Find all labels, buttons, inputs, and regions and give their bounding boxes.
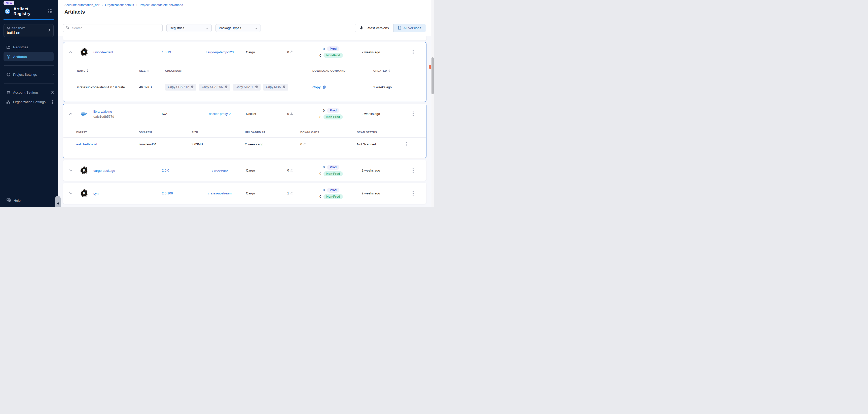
artifact-digest-sub: eafc1edb577d: [93, 115, 162, 118]
artifact-registry-link[interactable]: crates-upstream: [208, 192, 231, 195]
column-header-checksum: CHECKSUM: [165, 69, 312, 72]
package-types-filter-dropdown[interactable]: Package Types: [216, 24, 261, 32]
sidebar-item-account-settings[interactable]: Account Settings: [0, 88, 58, 97]
chevron-right-icon: [52, 73, 54, 76]
registries-filter-dropdown[interactable]: Registries: [166, 24, 212, 32]
updated-at: 2 weeks ago: [351, 192, 391, 195]
artifact-name-link[interactable]: syn: [93, 192, 98, 196]
breadcrumb-org-link[interactable]: Organization: default: [99, 3, 134, 7]
artifact-version-link[interactable]: 2.0.0: [162, 169, 199, 172]
breadcrumb: Account: automation_har Organization: de…: [64, 3, 425, 7]
sidebar-nav: Registries Artifacts Project Settings: [0, 42, 58, 107]
chevron-down-icon: [255, 26, 257, 30]
copy-sha1-button[interactable]: Copy SHA-1: [233, 84, 260, 91]
sidebar: NEW Artifact Registry PROJECT: [0, 0, 58, 207]
copy-download-command-button[interactable]: Copy: [312, 85, 326, 89]
search-box[interactable]: [63, 24, 163, 32]
package-type: Docker: [240, 112, 270, 116]
prod-count: 0: [322, 165, 325, 169]
artifact-version-link[interactable]: 1.0.19: [162, 50, 199, 54]
artifacts-cube-icon: [6, 55, 10, 59]
nonprod-badge: Non-Prod: [323, 194, 343, 199]
column-header-size[interactable]: SIZE: [139, 69, 165, 72]
info-icon[interactable]: [51, 100, 54, 104]
project-label: PROJECT: [11, 27, 25, 29]
versions-view-toggle: Latest Versions All Versions: [355, 24, 426, 32]
sidebar-item-artifacts[interactable]: Artifacts: [3, 52, 54, 61]
download-count: 0: [287, 112, 289, 116]
kebab-menu-button[interactable]: [405, 141, 409, 147]
scan-status: Not Scanned: [357, 142, 405, 146]
os-arch: linux/amd64: [139, 142, 192, 146]
artifact-card-partial: [63, 36, 427, 40]
kebab-menu-button[interactable]: [411, 49, 415, 55]
kebab-menu-icon: [412, 51, 413, 53]
kebab-menu-button[interactable]: [411, 191, 415, 196]
prod-count: 0: [322, 47, 325, 51]
copy-md5-button[interactable]: Copy MD5: [263, 84, 288, 91]
copy-sha256-button[interactable]: Copy SHA-256: [199, 84, 230, 91]
kebab-menu-icon: [412, 113, 413, 114]
sidebar-item-label: Artifacts: [13, 55, 27, 59]
expand-row-button[interactable]: [63, 192, 78, 195]
expand-row-button[interactable]: [63, 169, 78, 172]
sidebar-item-organization-settings[interactable]: Organization Settings: [0, 97, 58, 107]
kebab-menu-icon: [406, 144, 407, 145]
updated-at: 2 weeks ago: [351, 169, 391, 172]
artifact-name-link[interactable]: library/alpine: [93, 110, 112, 113]
digest-link[interactable]: eafc1edb577d: [76, 142, 97, 146]
artifact-registry-link[interactable]: docker-proxy-2: [209, 112, 231, 116]
environment-counts: 0 Prod 0 Non-Prod: [310, 108, 351, 119]
sidebar-item-label: Registries: [13, 45, 28, 49]
kebab-menu-button[interactable]: [411, 168, 415, 173]
download-count: 0: [287, 50, 289, 54]
registries-filter-label: Registries: [170, 26, 184, 30]
org-chart-gear-icon: [6, 100, 10, 104]
artifact-registry-link[interactable]: cargo-repo: [212, 169, 228, 172]
prod-count: 0: [322, 188, 325, 192]
chevron-up-icon: [69, 113, 72, 115]
app-switcher-grid-icon[interactable]: [48, 9, 52, 13]
artifact-name-link[interactable]: unicode-ident: [93, 50, 113, 54]
updated-at: 2 weeks ago: [351, 112, 391, 116]
chevron-right-icon: [48, 28, 51, 33]
prod-badge: Prod: [327, 187, 339, 193]
collapse-row-button[interactable]: [63, 51, 78, 53]
copy-sha512-button[interactable]: Copy SHA-512: [165, 84, 196, 91]
info-icon[interactable]: [51, 91, 54, 94]
column-header-uploaded-at: UPLOADED AT: [245, 131, 300, 134]
artifact-version-link[interactable]: 2.0.106: [162, 192, 199, 195]
column-header-created[interactable]: CREATED: [373, 69, 426, 72]
page-scrollbar[interactable]: [431, 0, 434, 207]
download-icon: [290, 192, 293, 195]
column-header-name[interactable]: NAME: [77, 69, 139, 72]
help-button[interactable]: ? Help: [6, 198, 21, 203]
project-selector[interactable]: PROJECT build-en: [3, 24, 54, 37]
collapse-row-button[interactable]: [63, 113, 78, 115]
download-icon: [303, 142, 306, 146]
digest-row: eafc1edb577d linux/amd64 3.63MB 2 weeks …: [63, 138, 426, 151]
breadcrumb-project-link[interactable]: Project: donotdelete-shivanand: [134, 3, 183, 7]
sidebar-item-registries[interactable]: Registries: [0, 42, 58, 52]
help-chat-icon: ?: [6, 198, 11, 203]
sidebar-collapse-button[interactable]: [55, 196, 61, 207]
kebab-menu-button[interactable]: [411, 111, 415, 116]
sidebar-item-project-settings[interactable]: Project Settings: [0, 70, 58, 79]
artifact-name-link[interactable]: cargo-package: [93, 169, 115, 173]
sidebar-item-label: Organization Settings: [13, 100, 45, 104]
sort-icon: [147, 69, 149, 72]
artifact-registry-link[interactable]: cargo-up-temp-123: [206, 50, 234, 54]
kebab-menu-icon: [412, 193, 413, 194]
all-versions-button[interactable]: All Versions: [393, 24, 426, 32]
breadcrumb-account-link[interactable]: Account: automation_har: [64, 3, 99, 7]
latest-versions-button[interactable]: Latest Versions: [355, 24, 393, 32]
uploaded-at: 2 weeks ago: [245, 142, 300, 146]
scrollbar-thumb[interactable]: [432, 57, 434, 94]
sort-icon: [87, 69, 88, 72]
search-icon: [66, 26, 69, 30]
environment-counts: 0 Prod 0 Non-Prod: [310, 46, 351, 58]
rust-crate-icon: R: [81, 167, 87, 174]
search-input[interactable]: [71, 26, 160, 30]
triangle-left-icon: [57, 202, 59, 205]
download-icon: [290, 112, 293, 116]
